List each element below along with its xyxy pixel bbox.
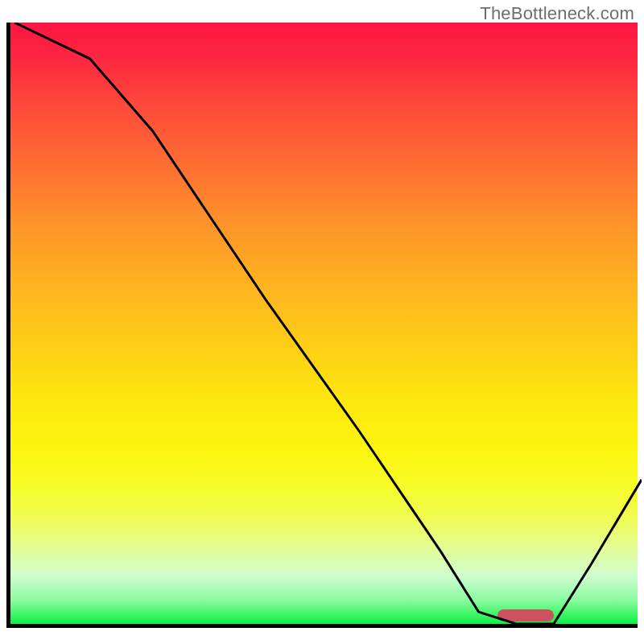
curve-svg: [10, 23, 642, 628]
watermark-text: TheBottleneck.com: [480, 3, 634, 24]
plot-area: [6, 23, 638, 628]
bottleneck-curve-path: [14, 23, 642, 624]
bottleneck-chart: [6, 23, 638, 638]
optimum-marker: [497, 609, 554, 621]
